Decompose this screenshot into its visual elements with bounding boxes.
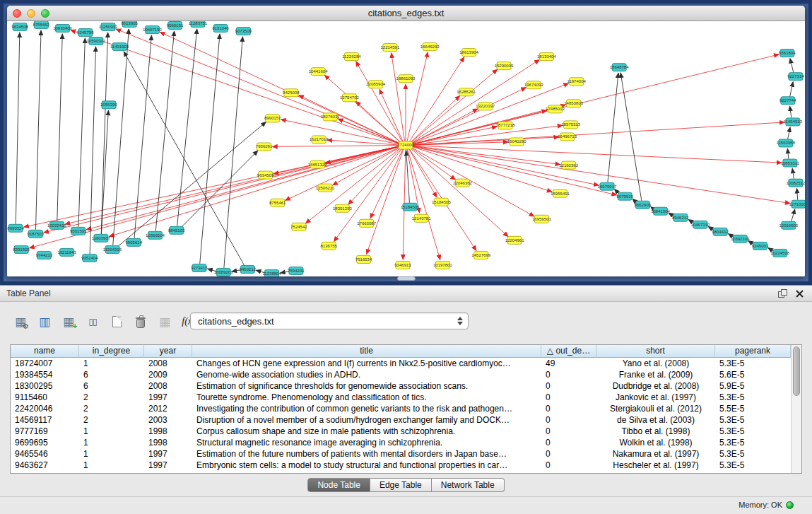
graph-node[interactable]: 12214591 [380,44,399,52]
graph-node[interactable]: 16040290 [507,138,526,146]
graph-node[interactable]: 10467310 [691,221,710,228]
graph-node[interactable]: 8679919 [616,192,633,200]
graph-node[interactable]: 10022415 [47,221,66,229]
graph-edge[interactable] [110,146,400,236]
graph-node[interactable]: 10211843 [57,248,76,256]
graph-node[interactable]: 7936291 [256,143,273,151]
cell-year[interactable]: 2009 [144,369,192,380]
graph-edge[interactable] [113,29,129,245]
graph-node[interactable]: 22085904 [366,81,385,88]
graph-edge[interactable] [412,105,565,144]
graph-edge[interactable] [788,127,790,139]
graph-edge[interactable] [333,147,400,185]
graph-node[interactable]: 16217013 [310,136,329,144]
graph-node[interactable]: 16646293 [420,43,440,51]
graph-node[interactable]: 19861093 [396,75,416,83]
graph-node[interactable]: 10441604 [309,68,328,76]
cell-short[interactable]: Yano et al. (2008) [596,358,715,369]
graph-node[interactable]: 10407193 [143,26,162,34]
graph-edge[interactable] [792,168,794,179]
cell-year[interactable]: 1997 [144,448,192,460]
row-height-icon[interactable]: ▯▯ [82,312,103,332]
graph-node[interactable]: 9052404 [81,254,98,262]
cell-title[interactable]: Tourette syndrome. Phenomenology and cla… [192,392,541,403]
graph-edge[interactable] [792,209,795,221]
graph-node[interactable]: 11454913 [784,118,803,126]
graph-edge[interactable] [181,151,258,228]
cell-in_degree[interactable]: 2 [79,392,144,403]
graph-node[interactable]: 8331905 [13,245,30,253]
graph-node[interactable]: 15955491 [551,189,570,197]
graph-node[interactable]: 2056390 [100,101,117,109]
graph-node[interactable]: 8990324 [7,224,24,232]
cell-out_degree[interactable]: 0 [541,437,596,448]
graph-node[interactable]: 12140781 [412,214,431,222]
graph-node[interactable]: 8990157 [264,115,281,122]
cell-year[interactable]: 2003 [144,414,192,426]
cell-in_degree[interactable]: 6 [79,369,144,380]
graph-edge[interactable] [412,122,784,145]
table-row[interactable]: 946362711997Embryonic stem cells: a mode… [11,460,791,471]
graph-node[interactable]: 10590301 [86,37,105,45]
graph-edge[interactable] [57,34,62,221]
cell-year[interactable]: 2008 [144,380,192,392]
cell-pagerank[interactable]: 5.6E-5 [715,369,791,380]
graph-node[interactable]: 15290009 [495,62,514,70]
cell-pagerank[interactable]: 5.3E-5 [715,392,791,403]
cell-out_degree[interactable]: 0 [541,448,596,460]
column-header-year[interactable]: year [144,345,192,358]
graph-node[interactable]: 9346913 [394,261,411,269]
cell-pagerank[interactable]: 5.3E-5 [715,414,791,426]
cell-title[interactable]: Investigating the contribution of common… [192,403,541,414]
graph-node[interactable]: 9501505 [70,227,87,235]
cell-out_degree[interactable]: 0 [541,369,596,380]
graph-node[interactable]: 11283751 [189,21,208,28]
cell-short[interactable]: Hescheler et al. (1997) [596,460,715,471]
graph-node[interactable]: 12204961 [505,236,524,244]
graph-node[interactable]: 1724000 [397,141,414,149]
graph-node[interactable]: 17663087 [357,219,376,227]
table-row[interactable]: 2242004622012Investigating the contribut… [11,403,791,414]
cell-year[interactable]: 1998 [144,426,192,437]
graph-node[interactable]: 12710009 [789,200,805,208]
graph-edge[interactable] [370,149,403,218]
cell-short[interactable]: Tibbo et al. (1998) [596,426,715,437]
graph-node[interactable]: 16959503 [532,215,551,223]
minimize-window-button[interactable] [27,9,35,18]
cell-in_degree[interactable]: 1 [79,437,144,448]
cell-short[interactable]: Wolkin et al. (1998) [596,437,715,448]
cell-out_degree[interactable]: 49 [541,358,596,369]
graph-node[interactable]: 15184506 [401,203,420,211]
graph-node[interactable]: 11226284 [342,53,361,61]
graph-node[interactable]: 7524542 [290,223,307,230]
graph-node[interactable]: 11563958 [777,139,796,147]
network-table-select[interactable]: citations_edges.txt [190,313,469,329]
table-row[interactable]: 969969511998Structural magnetic resonanc… [11,437,791,448]
cell-title[interactable]: Corpus callosum shape and size in male p… [192,426,541,437]
close-panel-icon[interactable] [793,288,806,299]
graph-edge[interactable] [177,29,197,226]
show-columns-icon[interactable]: ▥ [34,312,55,332]
close-window-button[interactable] [13,9,21,18]
column-header-pagerank[interactable]: pagerank [715,345,791,358]
table-row[interactable]: 911546021997Tourette syndrome. Phenomeno… [11,392,791,403]
graph-node[interactable]: 10224508 [770,249,789,257]
graph-node[interactable]: 12754702 [340,94,359,102]
graph-edge[interactable] [411,59,540,143]
zoom-window-button[interactable] [41,9,49,18]
graph-node[interactable]: 9245798 [77,29,94,37]
cell-year[interactable]: 1998 [144,437,192,448]
cell-in_degree[interactable]: 1 [79,460,144,471]
graph-node[interactable]: 8136755 [320,242,337,250]
graph-node[interactable]: 22046362 [453,179,472,187]
graph-node[interactable]: 9227314 [787,73,804,81]
graph-edge[interactable] [134,35,151,238]
cell-name[interactable]: 9777169 [11,426,79,437]
graph-edge[interactable] [334,148,402,241]
graph-node[interactable]: 18130404 [537,53,556,61]
cell-year[interactable]: 1997 [144,392,192,403]
cell-pagerank[interactable]: 5.3E-5 [715,426,791,437]
graph-node[interactable]: 9073509 [235,28,252,35]
cell-in_degree[interactable]: 1 [79,426,144,437]
graph-node[interactable]: 11692104 [731,235,750,243]
